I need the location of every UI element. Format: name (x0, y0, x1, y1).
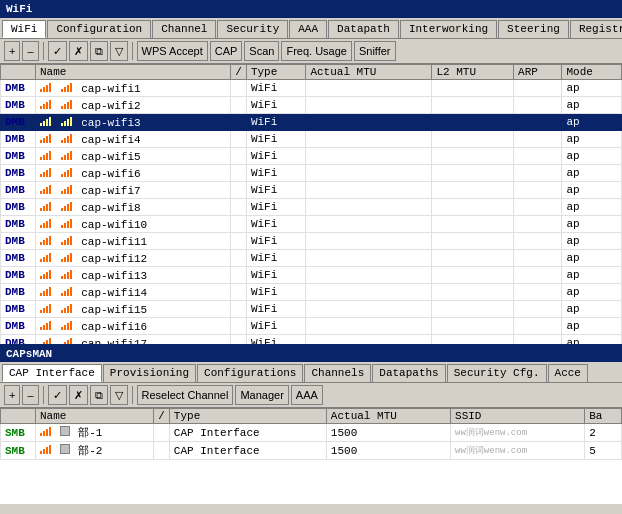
row-mode: ap (562, 318, 622, 335)
wps-accept-button[interactable]: WPS Accept (137, 41, 208, 61)
table-row[interactable]: DMB cap-wifi8 WiFi ap (1, 199, 622, 216)
add-button[interactable]: + (4, 41, 20, 61)
row-actual-mtu (306, 250, 432, 267)
wifi-icon (40, 166, 51, 177)
remove-button[interactable]: – (22, 41, 38, 61)
row-type: WiFi (246, 335, 305, 345)
cap-col-type[interactable]: Type (169, 409, 326, 424)
cap-col-name[interactable]: Name (36, 409, 154, 424)
row-prefix: DMB (1, 318, 36, 335)
cap-button[interactable]: CAP (210, 41, 243, 61)
row-arp (514, 284, 562, 301)
sniffer-button[interactable]: Sniffer (354, 41, 396, 61)
cap-add-button[interactable]: + (4, 385, 20, 405)
col-l2-mtu[interactable]: L2 MTU (432, 65, 514, 80)
col-prefix[interactable] (1, 65, 36, 80)
row-mode: ap (562, 80, 622, 97)
capsman-table-container[interactable]: Name / Type Actual MTU SSID Ba SMB (0, 408, 622, 504)
row-name: cap-wifi4 (36, 131, 231, 148)
tab-wifi[interactable]: WiFi (2, 20, 46, 38)
table-row[interactable]: DMB cap-wifi5 WiFi ap (1, 148, 622, 165)
freq-usage-button[interactable]: Freq. Usage (281, 41, 352, 61)
check-button[interactable]: ✓ (48, 41, 67, 61)
tab-datapath[interactable]: Datapath (328, 20, 399, 38)
tab-security[interactable]: Security (217, 20, 288, 38)
table-row[interactable]: DMB cap-wifi17 WiFi ap (1, 335, 622, 345)
cap-row-actual-mtu: 1500 (326, 424, 450, 442)
cap-check-button[interactable]: ✓ (48, 385, 67, 405)
cap-copy-button[interactable]: ⧉ (90, 385, 108, 405)
cap-row-type: CAP Interface (169, 442, 326, 460)
cap-tab-acce[interactable]: Acce (548, 364, 588, 382)
cap-tab-interface[interactable]: CAP Interface (2, 364, 102, 382)
table-row[interactable]: DMB cap-wifi16 WiFi ap (1, 318, 622, 335)
cap-col-actual-mtu[interactable]: Actual MTU (326, 409, 450, 424)
cap-tab-configurations[interactable]: Configurations (197, 364, 303, 382)
tab-aaa[interactable]: AAA (289, 20, 327, 38)
x-button[interactable]: ✗ (69, 41, 88, 61)
tab-configuration[interactable]: Configuration (47, 20, 151, 38)
reselect-channel-button[interactable]: Reselect Channel (137, 385, 234, 405)
copy-button[interactable]: ⧉ (90, 41, 108, 61)
tab-registr[interactable]: Registr (570, 20, 622, 38)
cap-remove-button[interactable]: – (22, 385, 38, 405)
col-sort[interactable]: / (231, 65, 247, 80)
row-prefix: DMB (1, 199, 36, 216)
row-l2-mtu (432, 148, 514, 165)
cap-col-ba[interactable]: Ba (585, 409, 622, 424)
table-row[interactable]: DMB cap-wifi10 WiFi ap (1, 216, 622, 233)
tab-interworking[interactable]: Interworking (400, 20, 497, 38)
table-row[interactable]: DMB cap-wifi4 WiFi ap (1, 131, 622, 148)
cap-x-button[interactable]: ✗ (69, 385, 88, 405)
row-l2-mtu (432, 97, 514, 114)
cap-tab-provisioning[interactable]: Provisioning (103, 364, 196, 382)
table-row[interactable]: DMB cap-wifi6 WiFi ap (1, 165, 622, 182)
table-row[interactable]: DMB cap-wifi1 WiFi ap (1, 80, 622, 97)
row-name: cap-wifi11 (36, 233, 231, 250)
row-actual-mtu (306, 80, 432, 97)
cap-col-sort[interactable]: / (154, 409, 170, 424)
table-row[interactable]: DMB cap-wifi3 WiFi ap (1, 114, 622, 131)
cap-table-row[interactable]: SMB 部-1 CAP Interface 1500 ww润词wenw.com … (1, 424, 622, 442)
manager-button[interactable]: Manager (235, 385, 288, 405)
table-row[interactable]: DMB cap-wifi7 WiFi ap (1, 182, 622, 199)
cap-row-type: CAP Interface (169, 424, 326, 442)
cap-tab-datapaths[interactable]: Datapaths (372, 364, 445, 382)
window-title: WiFi (6, 3, 32, 15)
row-actual-mtu (306, 182, 432, 199)
row-sort (231, 114, 247, 131)
tab-steering[interactable]: Steering (498, 20, 569, 38)
capsman-title-bar: CAPsMAN (0, 346, 622, 362)
aaa-button[interactable]: AAA (291, 385, 323, 405)
row-arp (514, 335, 562, 345)
wifi-icon (40, 217, 51, 228)
wifi-icon-2 (61, 217, 72, 228)
table-row[interactable]: DMB cap-wifi15 WiFi ap (1, 301, 622, 318)
tab-channel[interactable]: Channel (152, 20, 216, 38)
col-mode[interactable]: Mode (562, 65, 622, 80)
table-row[interactable]: DMB cap-wifi11 WiFi ap (1, 233, 622, 250)
table-row[interactable]: DMB cap-wifi13 WiFi ap (1, 267, 622, 284)
cap-col-ssid[interactable]: SSID (451, 409, 585, 424)
wifi-icon-2 (61, 302, 72, 313)
col-actual-mtu[interactable]: Actual MTU (306, 65, 432, 80)
wifi-table-container[interactable]: Name / Type Actual MTU L2 MTU ARP Mode D… (0, 64, 622, 344)
cap-table-row[interactable]: SMB 部-2 CAP Interface 1500 ww润词wenw.com … (1, 442, 622, 460)
row-name: cap-wifi14 (36, 284, 231, 301)
table-row[interactable]: DMB cap-wifi12 WiFi ap (1, 250, 622, 267)
col-arp[interactable]: ARP (514, 65, 562, 80)
row-sort (231, 97, 247, 114)
scan-button[interactable]: Scan (244, 41, 279, 61)
row-name: cap-wifi16 (36, 318, 231, 335)
row-prefix: DMB (1, 182, 36, 199)
row-arp (514, 131, 562, 148)
table-row[interactable]: DMB cap-wifi2 WiFi ap (1, 97, 622, 114)
cap-tab-channels[interactable]: Channels (304, 364, 371, 382)
col-name[interactable]: Name (36, 65, 231, 80)
cap-tab-security[interactable]: Security Cfg. (447, 364, 547, 382)
filter-button[interactable]: ▽ (110, 41, 128, 61)
cap-col-prefix[interactable] (1, 409, 36, 424)
col-type[interactable]: Type (246, 65, 305, 80)
cap-filter-button[interactable]: ▽ (110, 385, 128, 405)
table-row[interactable]: DMB cap-wifi14 WiFi ap (1, 284, 622, 301)
